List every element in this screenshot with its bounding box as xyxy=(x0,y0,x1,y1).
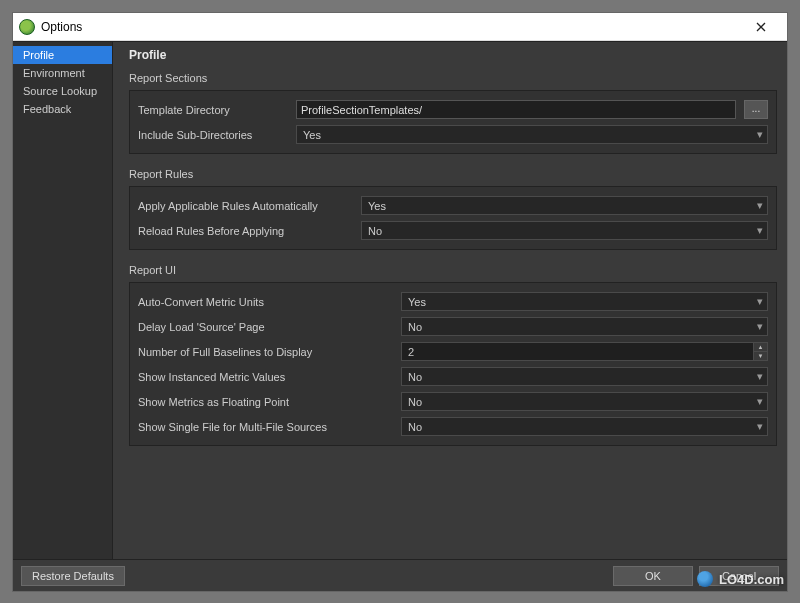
section-title: Report Sections xyxy=(129,72,777,84)
close-icon xyxy=(756,22,766,32)
row-delay-load: Delay Load 'Source' Page No ▾ xyxy=(138,314,768,339)
page-title: Profile xyxy=(129,48,777,62)
label-delay-load: Delay Load 'Source' Page xyxy=(138,321,393,333)
row-baselines: Number of Full Baselines to Display 2 ▲ … xyxy=(138,339,768,364)
template-directory-input[interactable] xyxy=(296,100,736,119)
options-window: Options Profile Environment Source Looku… xyxy=(12,12,788,592)
chevron-down-icon: ▾ xyxy=(757,224,763,237)
section-report-ui: Report UI Auto-Convert Metric Units Yes … xyxy=(129,264,777,446)
spinner-up-button[interactable]: ▲ xyxy=(754,343,767,352)
section-title: Report Rules xyxy=(129,168,777,180)
cancel-button[interactable]: Cancel xyxy=(699,566,779,586)
spinner-down-button[interactable]: ▼ xyxy=(754,352,767,360)
restore-defaults-button[interactable]: Restore Defaults xyxy=(21,566,125,586)
spinner-value: 2 xyxy=(402,346,753,358)
label-instanced: Show Instanced Metric Values xyxy=(138,371,393,383)
footer: Restore Defaults OK Cancel xyxy=(13,559,787,591)
chevron-down-icon: ▾ xyxy=(757,370,763,383)
auto-convert-select[interactable]: Yes ▾ xyxy=(401,292,768,311)
label-single-file: Show Single File for Multi-File Sources xyxy=(138,421,393,433)
label-auto-convert: Auto-Convert Metric Units xyxy=(138,296,393,308)
label-template-directory: Template Directory xyxy=(138,104,288,116)
titlebar: Options xyxy=(13,13,787,41)
label-baselines: Number of Full Baselines to Display xyxy=(138,346,393,358)
ok-button[interactable]: OK xyxy=(613,566,693,586)
select-value: No xyxy=(408,321,422,333)
label-floating: Show Metrics as Floating Point xyxy=(138,396,393,408)
sidebar-item-label: Profile xyxy=(23,49,54,61)
select-value: Yes xyxy=(303,129,321,141)
chevron-down-icon: ▾ xyxy=(757,295,763,308)
browse-button[interactable]: ... xyxy=(744,100,768,119)
label-apply-auto: Apply Applicable Rules Automatically xyxy=(138,200,353,212)
select-value: No xyxy=(408,371,422,383)
label-reload: Reload Rules Before Applying xyxy=(138,225,353,237)
select-value: No xyxy=(408,396,422,408)
section-body: Template Directory ... Include Sub-Direc… xyxy=(129,90,777,154)
row-template-directory: Template Directory ... xyxy=(138,97,768,122)
sidebar-item-feedback[interactable]: Feedback xyxy=(13,100,112,118)
include-sub-select[interactable]: Yes ▾ xyxy=(296,125,768,144)
instanced-select[interactable]: No ▾ xyxy=(401,367,768,386)
section-report-rules: Report Rules Apply Applicable Rules Auto… xyxy=(129,168,777,250)
baselines-spinner[interactable]: 2 ▲ ▼ xyxy=(401,342,768,361)
main-panel: Profile Report Sections Template Directo… xyxy=(113,42,787,559)
reload-select[interactable]: No ▾ xyxy=(361,221,768,240)
chevron-down-icon: ▾ xyxy=(757,199,763,212)
select-value: Yes xyxy=(368,200,386,212)
sidebar-item-label: Source Lookup xyxy=(23,85,97,97)
content-area: Profile Environment Source Lookup Feedba… xyxy=(13,41,787,559)
sidebar-item-label: Environment xyxy=(23,67,85,79)
chevron-down-icon: ▾ xyxy=(757,420,763,433)
row-instanced: Show Instanced Metric Values No ▾ xyxy=(138,364,768,389)
sidebar-item-environment[interactable]: Environment xyxy=(13,64,112,82)
section-title: Report UI xyxy=(129,264,777,276)
spinner-buttons: ▲ ▼ xyxy=(753,343,767,360)
chevron-down-icon: ▾ xyxy=(757,320,763,333)
sidebar-item-profile[interactable]: Profile xyxy=(13,46,112,64)
select-value: Yes xyxy=(408,296,426,308)
select-value: No xyxy=(368,225,382,237)
row-reload: Reload Rules Before Applying No ▾ xyxy=(138,218,768,243)
row-apply-auto: Apply Applicable Rules Automatically Yes… xyxy=(138,193,768,218)
section-body: Auto-Convert Metric Units Yes ▾ Delay Lo… xyxy=(129,282,777,446)
chevron-down-icon: ▾ xyxy=(757,128,763,141)
row-single-file: Show Single File for Multi-File Sources … xyxy=(138,414,768,439)
window-title: Options xyxy=(41,20,741,34)
delay-load-select[interactable]: No ▾ xyxy=(401,317,768,336)
sidebar-item-source-lookup[interactable]: Source Lookup xyxy=(13,82,112,100)
sidebar: Profile Environment Source Lookup Feedba… xyxy=(13,42,113,559)
row-floating: Show Metrics as Floating Point No ▾ xyxy=(138,389,768,414)
section-report-sections: Report Sections Template Directory ... I… xyxy=(129,72,777,154)
label-include-sub: Include Sub-Directories xyxy=(138,129,288,141)
select-value: No xyxy=(408,421,422,433)
section-body: Apply Applicable Rules Automatically Yes… xyxy=(129,186,777,250)
floating-select[interactable]: No ▾ xyxy=(401,392,768,411)
row-auto-convert: Auto-Convert Metric Units Yes ▾ xyxy=(138,289,768,314)
row-include-sub: Include Sub-Directories Yes ▾ xyxy=(138,122,768,147)
app-icon xyxy=(19,19,35,35)
single-file-select[interactable]: No ▾ xyxy=(401,417,768,436)
chevron-down-icon: ▾ xyxy=(757,395,763,408)
close-button[interactable] xyxy=(741,14,781,40)
sidebar-item-label: Feedback xyxy=(23,103,71,115)
apply-auto-select[interactable]: Yes ▾ xyxy=(361,196,768,215)
